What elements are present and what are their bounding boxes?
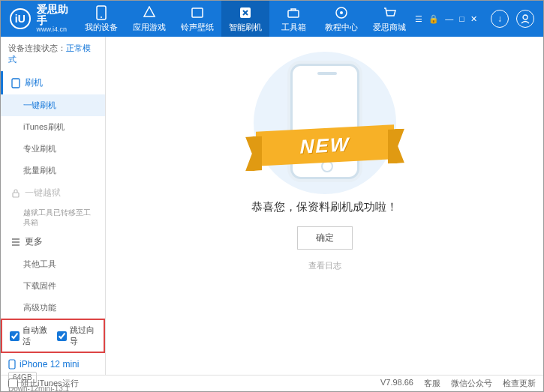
section-flash[interactable]: 刷机 [1,71,105,94]
svg-rect-4 [288,10,299,17]
brand-name: 爱思助手 [37,4,78,27]
svg-point-6 [340,11,343,14]
success-illustration: NEW [242,59,407,187]
jailbreak-note: 越狱工具已转移至工具箱 [1,205,105,230]
link-wechat[interactable]: 微信公众号 [451,378,492,389]
brand-url: www.i4.cn [37,26,78,34]
lock-small-icon [11,189,20,198]
checkbox-skip-guide[interactable]: 跳过向导 [57,325,97,347]
svg-rect-8 [12,79,20,88]
menu-icon[interactable]: ☰ [413,14,424,24]
main-nav: 我的设备 应用游戏 铃声壁纸 智能刷机 工具箱 教程中心 [77,1,413,37]
download-button[interactable]: ↓ [491,10,509,28]
sidebar-item-pro-flash[interactable]: 专业刷机 [1,138,105,160]
checkbox-block-itunes[interactable]: 阻止iTunes运行 [8,378,79,389]
nav-ringtones[interactable]: 铃声壁纸 [173,1,221,37]
nav-tutorials[interactable]: 教程中心 [317,1,365,37]
wallpaper-icon [190,5,205,20]
sidebar-item-advanced[interactable]: 高级功能 [1,297,105,319]
svg-rect-10 [9,360,15,369]
checkbox-auto-activate[interactable]: 自动激活 [10,325,50,347]
list-icon [11,238,20,246]
svg-point-1 [101,16,102,18]
version-label: V7.98.66 [380,378,413,389]
device-icon [8,359,16,370]
phone-small-icon [11,78,20,88]
nav-apps[interactable]: 应用游戏 [125,1,173,37]
svg-rect-2 [192,8,203,17]
close-button[interactable]: ✕ [469,14,479,24]
view-log-link[interactable]: 查看日志 [308,260,341,271]
user-button[interactable] [516,10,534,28]
maximize-button[interactable]: □ [458,14,466,24]
flash-icon [238,5,253,20]
sidebar-item-oneclick-flash[interactable]: 一键刷机 [1,94,105,116]
lock-icon[interactable]: 🔒 [427,14,440,24]
device-name[interactable]: iPhone 12 mini [8,359,98,370]
sidebar-item-batch-flash[interactable]: 批量刷机 [1,160,105,181]
svg-point-7 [523,15,527,19]
store-icon [382,5,397,20]
minimize-button[interactable]: — [443,14,455,24]
apps-icon [142,5,157,20]
nav-toolbox[interactable]: 工具箱 [269,1,317,37]
main-content: NEW 恭喜您，保资料刷机成功啦！ 确定 查看日志 [106,37,543,375]
nav-flash[interactable]: 智能刷机 [221,1,269,37]
sidebar: 设备连接状态：正常模式 刷机 一键刷机 iTunes刷机 专业刷机 批量刷机 一… [1,37,106,375]
section-more[interactable]: 更多 [1,230,105,253]
nav-my-device[interactable]: 我的设备 [77,1,125,37]
titlebar: iU 爱思助手 www.i4.cn 我的设备 应用游戏 铃声壁纸 智能刷机 [1,1,543,37]
confirm-button[interactable]: 确定 [297,226,353,250]
sidebar-item-itunes-flash[interactable]: iTunes刷机 [1,116,105,138]
section-jailbreak[interactable]: 一键越狱 [1,181,105,205]
svg-rect-9 [13,193,19,197]
ribbon-text: NEW [299,133,350,158]
toolbox-icon [286,5,301,20]
sidebar-item-download-fw[interactable]: 下载固件 [1,275,105,297]
sidebar-item-other-tools[interactable]: 其他工具 [1,253,105,275]
logo-icon: iU [10,8,31,29]
connection-status: 设备连接状态：正常模式 [1,37,105,71]
phone-icon [94,5,109,20]
link-support[interactable]: 客服 [424,378,440,389]
link-check-update[interactable]: 检查更新 [503,378,536,389]
success-message: 恭喜您，保资料刷机成功啦！ [251,200,398,214]
window-controls: ☰ 🔒 — □ ✕ [413,14,479,24]
tutorial-icon [334,5,349,20]
logo-area: iU 爱思助手 www.i4.cn [1,4,77,34]
nav-store[interactable]: 爱思商城 [365,1,413,37]
flash-options-highlight: 自动激活 跳过向导 [1,319,105,353]
